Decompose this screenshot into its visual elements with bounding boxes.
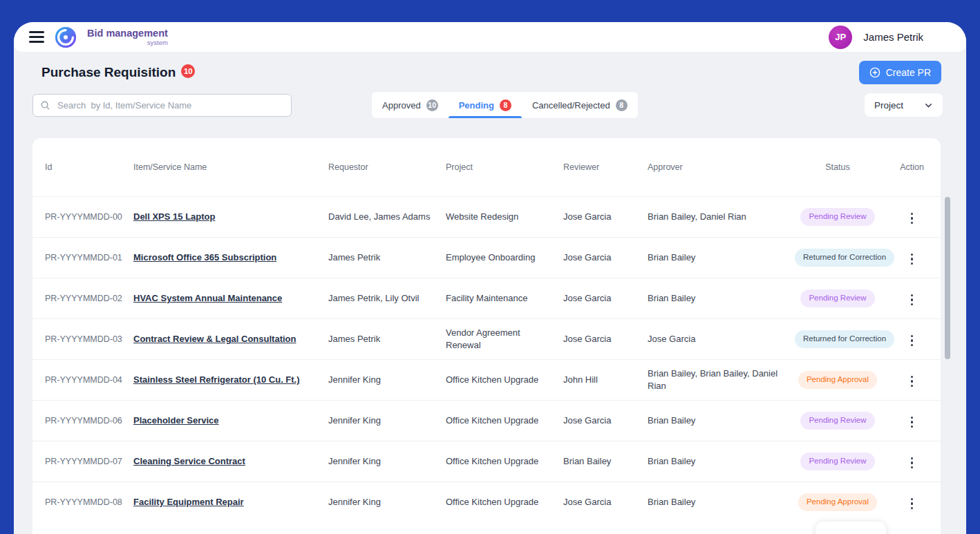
column-header-requestor: Requestor [328, 162, 446, 173]
item-name-link[interactable]: Placeholder Service [133, 415, 219, 426]
project-cell: Office Kitchen Upgrade [446, 455, 563, 468]
reviewer-cell: John Hill [563, 374, 648, 386]
user-name: James Petrik [863, 31, 923, 43]
table-header-row: Id Item/Service Name Requestor Project R… [32, 138, 941, 196]
reviewer-cell: Jose Garcia [563, 211, 648, 223]
status-badge: Pending Approval [798, 493, 877, 511]
requestor-cell: Jennifer King [328, 455, 446, 468]
item-name-link[interactable]: Microsoft Office 365 Subscription [133, 252, 276, 263]
project-cell: Employee Onboarding [446, 251, 563, 264]
item-name-link[interactable]: Dell XPS 15 Laptop [133, 211, 215, 222]
reviewer-cell: Brian Bailey [563, 455, 648, 468]
kebab-menu-icon[interactable] [907, 494, 918, 514]
item-name-link[interactable]: Contract Review & Legal Consultation [133, 334, 296, 344]
tab-count-badge: 8 [500, 99, 511, 111]
table-row: PR-YYYYMMDD-04 Stainless Steel Refrigera… [32, 359, 941, 400]
tab-count-badge: 8 [616, 99, 628, 111]
requestor-cell: James Petrik [328, 333, 446, 345]
reviewer-cell: Jose Garcia [563, 496, 648, 508]
project-filter-label: Project [874, 100, 903, 111]
table-row: PR-YYYYMMDD-08 Facility Equipment Repair… [32, 481, 941, 522]
column-header-reviewer: Reviewer [563, 162, 648, 173]
approver-cell: Brian Bailey, Brian Bailey, Daniel Rian [648, 368, 795, 392]
column-header-action: Action [883, 162, 941, 173]
approver-cell: Brian Bailey [648, 292, 795, 305]
plus-circle-icon [869, 67, 880, 78]
kebab-menu-icon[interactable] [907, 372, 918, 392]
pr-id: PR-YYYYMMDD-01 [32, 252, 133, 264]
column-header-status: Status [795, 162, 883, 173]
kebab-menu-icon[interactable] [907, 209, 918, 229]
table-row: PR-YYYYMMDD-00 Dell XPS 15 Laptop David … [32, 196, 941, 237]
status-badge: Pending Review [800, 452, 874, 470]
status-badge: Returned for Correction [795, 330, 894, 348]
status-badge: Pending Review [800, 289, 874, 307]
pr-id: PR-YYYYMMDD-00 [32, 211, 133, 223]
item-name-link[interactable]: HVAC System Annual Maintenance [133, 293, 282, 303]
column-header-item: Item/Service Name [133, 162, 328, 173]
chevron-down-icon [924, 101, 933, 110]
tab-count-badge: 10 [426, 99, 438, 111]
reviewer-cell: Jose Garcia [563, 414, 648, 427]
approver-cell: Brian Bailey [648, 251, 795, 264]
search-icon [40, 100, 50, 111]
pr-id: PR-YYYYMMDD-06 [32, 415, 133, 427]
create-pr-label: Create PR [886, 67, 931, 78]
search-input[interactable] [56, 99, 284, 111]
reviewer-cell: Jose Garcia [563, 333, 648, 345]
hamburger-icon[interactable] [29, 31, 44, 42]
tab-label: Approved [382, 100, 421, 111]
pr-count-badge: 10 [181, 64, 195, 78]
search-box [32, 94, 292, 117]
table-row: PR-YYYYMMDD-06 Placeholder Service Jenni… [32, 400, 941, 441]
item-name-link[interactable]: Cleaning Service Contract [133, 456, 245, 466]
status-badge: Pending Review [800, 412, 874, 430]
approver-cell: Jose Garcia [648, 333, 795, 345]
table-row: PR-YYYYMMDD-01 Microsoft Office 365 Subs… [32, 237, 941, 278]
pr-id: PR-YYYYMMDD-04 [32, 374, 133, 386]
requestor-cell: James Petrik [328, 251, 446, 264]
app-window: Bid management system JP James Petrik Pu… [14, 22, 966, 534]
brand: Bid management system [87, 28, 168, 46]
column-header-project: Project [446, 162, 563, 173]
controls-row: Approved 10 Pending 8 Cancelled/Rejected… [32, 92, 943, 118]
table-row: PR-YYYYMMDD-07 Cleaning Service Contract… [32, 441, 941, 481]
kebab-menu-icon[interactable] [907, 290, 918, 310]
project-filter-dropdown[interactable]: Project [865, 93, 943, 117]
approver-cell: Brian Bailey [648, 496, 795, 508]
tab-approved[interactable]: Approved 10 [372, 92, 449, 118]
topbar: Bid management system JP James Petrik [14, 22, 966, 52]
requestor-cell: David Lee, James Adams [328, 211, 446, 223]
project-cell: Office Kitchen Upgrade [446, 374, 563, 386]
kebab-menu-icon[interactable] [907, 249, 918, 269]
brand-subtitle: system [87, 39, 168, 46]
column-header-id: Id [32, 162, 133, 173]
user-avatar[interactable]: JP [829, 26, 852, 49]
tab-pending[interactable]: Pending 8 [449, 92, 522, 118]
kebab-menu-icon[interactable] [907, 331, 918, 351]
column-header-approver: Approver [648, 162, 795, 173]
table-row: PR-YYYYMMDD-03 Contract Review & Legal C… [32, 318, 941, 359]
project-cell: Office Kitchen Upgrade [446, 496, 563, 508]
requestor-cell: Jennifer King [328, 496, 446, 508]
kebab-menu-icon[interactable] [907, 412, 918, 432]
tab-label: Cancelled/Rejected [532, 100, 610, 111]
approver-cell: Brian Bailey, Daniel Rian [648, 211, 795, 223]
project-cell: Facility Maintenance [446, 292, 563, 305]
pr-table: Id Item/Service Name Requestor Project R… [32, 138, 941, 534]
status-badge: Pending Approval [798, 371, 877, 389]
requestor-cell: Jennifer King [328, 414, 446, 427]
requestor-cell: Jennifer King [328, 374, 446, 386]
kebab-menu-icon[interactable] [907, 453, 918, 473]
status-badge: Returned for Correction [795, 249, 894, 267]
page-title: Purchase Requisition [41, 65, 176, 80]
status-tabs: Approved 10 Pending 8 Cancelled/Rejected… [372, 92, 638, 118]
table-body: PR-YYYYMMDD-00 Dell XPS 15 Laptop David … [32, 196, 941, 522]
pr-id: PR-YYYYMMDD-07 [32, 456, 133, 468]
vertical-scrollbar[interactable] [945, 197, 950, 359]
tab-label: Pending [459, 100, 494, 111]
create-pr-button[interactable]: Create PR [859, 61, 941, 84]
item-name-link[interactable]: Facility Equipment Repair [133, 497, 244, 507]
tab-cancelled-rejected[interactable]: Cancelled/Rejected 8 [522, 92, 638, 118]
item-name-link[interactable]: Stainless Steel Refrigerator (10 Cu. Ft.… [133, 374, 300, 385]
